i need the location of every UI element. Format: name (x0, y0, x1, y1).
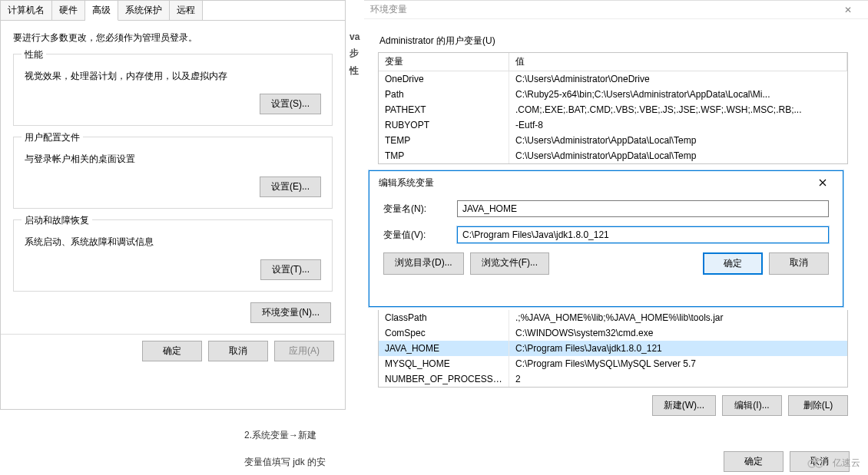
system-properties-dialog: 计算机名 硬件 高级 系统保护 远程 要进行大多数更改，您必须作为管理员登录。 … (0, 0, 346, 410)
user-profile-desc: 与登录帐户相关的桌面设置 (25, 153, 321, 166)
envvars-title: 环境变量 (370, 3, 407, 16)
editvar-cancel-button[interactable]: 取消 (769, 252, 829, 275)
table-row[interactable]: JAVA_HOMEC:\Program Files\Java\jdk1.8.0_… (379, 341, 847, 356)
user-profile-group: 用户配置文件 与登录帐户相关的桌面设置 设置(E)... (13, 137, 333, 209)
table-row[interactable]: OneDriveC:\Users\Administrator\OneDrive (379, 71, 847, 87)
browse-directory-button[interactable]: 浏览目录(D)... (383, 252, 464, 275)
var-value: C:\Ruby25-x64\bin;C:\Users\Administrator… (509, 87, 847, 102)
close-icon (819, 179, 827, 186)
sysprops-ok-button[interactable]: 确定 (142, 341, 202, 361)
startup-recovery-group: 启动和故障恢复 系统启动、系统故障和调试信息 设置(T)... (13, 219, 333, 292)
table-row[interactable]: MYSQL_HOMEC:\Program Files\MySQL\MySQL S… (379, 356, 847, 371)
editvar-close-button[interactable] (809, 173, 837, 193)
envvars-close-button[interactable]: ✕ (834, 5, 862, 15)
var-value: .COM;.EXE;.BAT;.CMD;.VBS;.VBE;.JS;.JSE;.… (509, 102, 847, 117)
var-value: C:\Program Files\Java\jdk1.8.0_121 (509, 341, 847, 356)
tab-remote[interactable]: 远程 (170, 1, 203, 20)
table-row[interactable]: RUBYOPT-Eutf-8 (379, 117, 847, 133)
article-text: 2.系统变量→新建 变量值填写 jdk 的安 (244, 424, 326, 475)
var-value-label: 变量值(V): (383, 229, 457, 242)
startup-recovery-desc: 系统启动、系统故障和调试信息 (25, 236, 321, 249)
var-name: RUBYOPT (379, 117, 509, 133)
browse-file-button[interactable]: 浏览文件(F)... (470, 252, 549, 275)
var-value-input[interactable] (457, 226, 829, 243)
edit-system-variable-dialog: 编辑系统变量 变量名(N): 变量值(V): 浏览目录(D)... 浏览文件(F… (369, 170, 843, 307)
var-value: 2 (509, 371, 847, 387)
table-row[interactable]: PathC:\Ruby25-x64\bin;C:\Users\Administr… (379, 87, 847, 102)
sysvar-delete-button[interactable]: 删除(L) (788, 395, 848, 416)
performance-desc: 视觉效果，处理器计划，内存使用，以及虚拟内存 (25, 70, 321, 83)
col-name-header[interactable]: 变量 (379, 53, 509, 71)
table-row[interactable]: PATHEXT.COM;.EXE;.BAT;.CMD;.VBS;.VBE;.JS… (379, 102, 847, 117)
editvar-ok-button[interactable]: 确定 (703, 252, 763, 275)
sysvar-new-button[interactable]: 新建(W)... (652, 395, 716, 416)
tab-hardware[interactable]: 硬件 (52, 1, 85, 20)
sysprops-apply-button[interactable]: 应用(A) (274, 341, 334, 361)
performance-settings-button[interactable]: 设置(S)... (260, 94, 321, 114)
var-name: TEMP (379, 133, 509, 148)
var-name: MYSQL_HOME (379, 356, 509, 371)
var-name-input[interactable] (457, 200, 829, 217)
sysprops-tabs: 计算机名 硬件 高级 系统保护 远程 (1, 1, 345, 21)
envvars-ok-button[interactable]: 确定 (724, 451, 784, 472)
table-row[interactable]: NUMBER_OF_PROCESSORS2 (379, 371, 847, 387)
performance-legend: 性能 (22, 48, 46, 61)
col-value-header[interactable]: 值 (509, 53, 847, 71)
table-row[interactable]: TEMPC:\Users\Administrator\AppData\Local… (379, 133, 847, 148)
admin-note: 要进行大多数更改，您必须作为管理员登录。 (13, 31, 333, 45)
var-name: PATHEXT (379, 102, 509, 117)
var-name: ComSpec (379, 325, 509, 341)
tab-computer-name[interactable]: 计算机名 (1, 1, 52, 20)
table-row[interactable]: ClassPath.;%JAVA_HOME%\lib;%JAVA_HOME%\l… (379, 310, 847, 325)
table-row[interactable]: ComSpecC:\WINDOWS\system32\cmd.exe (379, 325, 847, 341)
var-name: JAVA_HOME (379, 341, 509, 356)
user-vars-table[interactable]: 变量 值 OneDriveC:\Users\Administrator\OneD… (378, 52, 848, 164)
watermark-logo: 亿速云 (803, 455, 860, 470)
sysvar-edit-button[interactable]: 编辑(I)... (722, 395, 782, 416)
system-vars-table[interactable]: ClassPath.;%JAVA_HOME%\lib;%JAVA_HOME%\l… (378, 310, 848, 388)
table-row[interactable]: TMPC:\Users\Administrator\AppData\Local\… (379, 148, 847, 163)
var-name: ClassPath (379, 310, 509, 325)
watermark-text: 亿速云 (833, 457, 860, 470)
var-value: -Eutf-8 (509, 117, 847, 133)
cloud-icon (803, 455, 830, 470)
user-profile-legend: 用户配置文件 (22, 131, 83, 144)
var-name: Path (379, 87, 509, 102)
startup-recovery-settings-button[interactable]: 设置(T)... (260, 259, 321, 280)
var-value: C:\Program Files\MySQL\MySQL Server 5.7 (509, 356, 847, 371)
var-value: C:\Users\Administrator\OneDrive (509, 71, 847, 87)
var-value: C:\Users\Administrator\AppData\Local\Tem… (509, 148, 847, 163)
var-name: OneDrive (379, 71, 509, 87)
sysprops-cancel-button[interactable]: 取消 (208, 341, 268, 361)
var-name-label: 变量名(N): (383, 203, 457, 216)
var-value: .;%JAVA_HOME%\lib;%JAVA_HOME%\lib\tools.… (509, 310, 847, 325)
var-name: NUMBER_OF_PROCESSORS (379, 371, 509, 387)
tab-advanced[interactable]: 高级 (85, 1, 118, 21)
var-value: C:\Users\Administrator\AppData\Local\Tem… (509, 133, 847, 148)
performance-group: 性能 视觉效果，处理器计划，内存使用，以及虚拟内存 设置(S)... (13, 54, 333, 126)
startup-recovery-legend: 启动和故障恢复 (22, 214, 92, 227)
editvar-title: 编辑系统变量 (379, 176, 434, 190)
var-value: C:\WINDOWS\system32\cmd.exe (509, 325, 847, 341)
user-vars-label: Administrator 的用户变量(U) (379, 35, 854, 48)
tab-system-protection[interactable]: 系统保护 (118, 1, 170, 20)
environment-variables-button[interactable]: 环境变量(N)... (250, 302, 331, 323)
user-profile-settings-button[interactable]: 设置(E)... (260, 176, 321, 197)
var-name: TMP (379, 148, 509, 163)
